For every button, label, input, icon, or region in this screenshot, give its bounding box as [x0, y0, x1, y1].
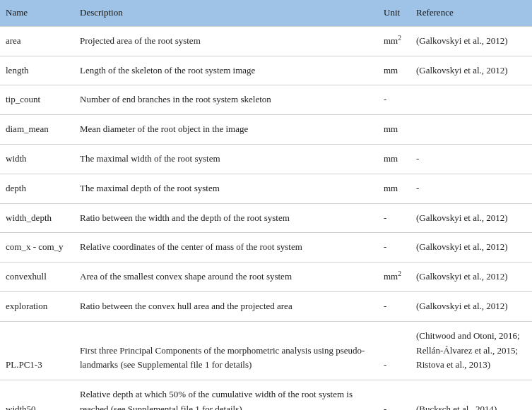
cell-unit: -	[378, 291, 410, 321]
cell-name: length	[0, 56, 74, 85]
cell-name: width	[0, 144, 74, 174]
cell-unit: -	[378, 233, 410, 263]
cell-description: The maximal width of the root system	[74, 144, 378, 174]
cell-description: Length of the skeleton of the root syste…	[74, 56, 378, 85]
cell-reference: (Galkovskyi et al., 2012)	[410, 203, 532, 233]
table-row: tip_countNumber of end branches in the r…	[0, 85, 532, 115]
cell-description: Number of end branches in the root syste…	[74, 85, 378, 115]
cell-name: width_depth	[0, 203, 74, 233]
table-row: explorationRatio between the convex hull…	[0, 291, 532, 321]
parameters-table: Name Description Unit Reference areaProj…	[0, 0, 532, 410]
table-row: width_depthRatio between the width and t…	[0, 203, 532, 233]
cell-reference: (Chitwood and Otoni, 2016; Rellán-Álvare…	[410, 321, 532, 380]
cell-reference: (Galkovskyi et al., 2012)	[410, 26, 532, 56]
table-row: width50Relative depth at which 50% of th…	[0, 380, 532, 410]
table-row: PL.PC1-3First three Principal Components…	[0, 321, 532, 380]
cell-description: First three Principal Components of the …	[74, 321, 378, 380]
cell-reference: (Galkovskyi et al., 2012)	[410, 291, 532, 321]
cell-unit: mm	[378, 56, 410, 85]
cell-reference: (Galkovskyi et al., 2012)	[410, 56, 532, 85]
cell-name: convexhull	[0, 263, 74, 292]
cell-name: width50	[0, 380, 74, 410]
table-header-row: Name Description Unit Reference	[0, 0, 532, 26]
cell-reference: (Galkovskyi et al., 2012)	[410, 233, 532, 263]
cell-name: com_x - com_y	[0, 233, 74, 263]
table-row: depthThe maximal depth of the root syste…	[0, 174, 532, 203]
cell-name: area	[0, 26, 74, 56]
cell-name: exploration	[0, 291, 74, 321]
cell-description: Projected area of the root system	[74, 26, 378, 56]
table-row: areaProjected area of the root systemmm2…	[0, 26, 532, 56]
table-row: widthThe maximal width of the root syste…	[0, 144, 532, 174]
table-row: convexhullArea of the smallest convex sh…	[0, 263, 532, 292]
cell-name: diam_mean	[0, 115, 74, 145]
cell-unit: mm	[378, 144, 410, 174]
table-row: lengthLength of the skeleton of the root…	[0, 56, 532, 85]
cell-unit: -	[378, 380, 410, 410]
cell-reference	[410, 115, 532, 145]
cell-description: Ratio between the width and the depth of…	[74, 203, 378, 233]
cell-reference: (Bucksch et al., 2014)	[410, 380, 532, 410]
col-header-name: Name	[0, 0, 74, 26]
cell-reference: (Galkovskyi et al., 2012)	[410, 263, 532, 292]
cell-description: Area of the smallest convex shape around…	[74, 263, 378, 292]
cell-unit: mm2	[378, 263, 410, 292]
cell-description: Mean diameter of the root object in the …	[74, 115, 378, 145]
col-header-reference: Reference	[410, 0, 532, 26]
col-header-unit: Unit	[378, 0, 410, 26]
cell-unit: mm	[378, 174, 410, 203]
cell-description: Relative coordinates of the center of ma…	[74, 233, 378, 263]
cell-unit: mm	[378, 115, 410, 145]
cell-unit: -	[378, 203, 410, 233]
cell-description: Ratio between the convex hull area and t…	[74, 291, 378, 321]
cell-name: PL.PC1-3	[0, 321, 74, 380]
cell-name: depth	[0, 174, 74, 203]
cell-description: The maximal depth of the root system	[74, 174, 378, 203]
cell-reference: -	[410, 144, 532, 174]
cell-unit: mm2	[378, 26, 410, 56]
cell-unit: -	[378, 321, 410, 380]
cell-unit: -	[378, 85, 410, 115]
cell-name: tip_count	[0, 85, 74, 115]
table-row: diam_meanMean diameter of the root objec…	[0, 115, 532, 145]
col-header-description: Description	[74, 0, 378, 26]
cell-reference: -	[410, 174, 532, 203]
cell-description: Relative depth at which 50% of the cumul…	[74, 380, 378, 410]
cell-reference	[410, 85, 532, 115]
table-row: com_x - com_yRelative coordinates of the…	[0, 233, 532, 263]
